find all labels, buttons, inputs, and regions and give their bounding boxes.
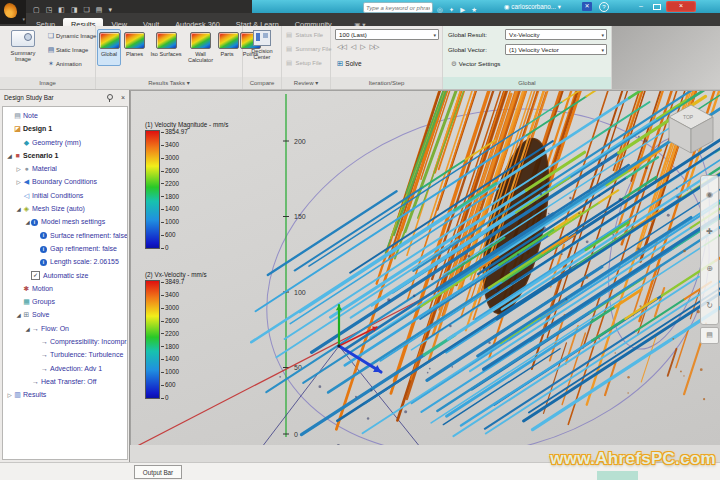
branch-icon: →	[31, 375, 40, 388]
exchange-apps-icon[interactable]: ✕	[582, 2, 592, 11]
orbit-icon[interactable]: ↻	[706, 301, 713, 310]
tree-item-solve[interactable]: ◢⊞Solve	[3, 308, 127, 321]
user-menu[interactable]: ◉ carloscorbano... ▾	[504, 0, 561, 13]
showmotion-icon[interactable]: ▤	[706, 331, 713, 338]
global-result-label: Global Result:	[448, 29, 487, 40]
expander-icon[interactable]: ◢	[24, 216, 31, 228]
decision-center-button[interactable]: Decision Center	[244, 29, 280, 60]
global-button[interactable]: Global	[97, 29, 121, 66]
summary-image-label: Summary Image	[2, 50, 44, 62]
tree-item-label: Heat Transfer: Off	[41, 378, 97, 385]
tree-item-gap-refinement-false[interactable]: iGap refinement: false	[3, 242, 127, 255]
setup-file-button[interactable]: ▤ Setup File	[286, 57, 322, 69]
expander-icon[interactable]: ◢	[6, 150, 13, 162]
wall-calculator-label: Wall Calculator	[186, 51, 215, 63]
tree-item-heat-transfer-off[interactable]: →Heat Transfer: Off	[3, 375, 127, 388]
panel-label-review[interactable]: Review ▾	[282, 77, 330, 89]
ribbon-empty-area	[612, 26, 720, 89]
minimize-button[interactable]: –	[634, 1, 648, 11]
global-vector-dropdown[interactable]: (1) Velocity Vector▾	[505, 44, 607, 55]
zoom-icon[interactable]: ⊕	[706, 264, 713, 273]
tree-item-material[interactable]: ▷●Material	[3, 162, 127, 175]
info-icon: i	[40, 232, 47, 239]
expander-icon[interactable]: ◢	[15, 309, 22, 321]
tree-item-geometry-mm[interactable]: ◆Geometry (mm)	[3, 136, 127, 149]
parts-label: Parts	[218, 51, 236, 57]
app-menu-button[interactable]: ▾	[0, 0, 26, 24]
static-image-button[interactable]: ▤Static Image	[46, 44, 88, 56]
expander-icon[interactable]: ◢	[15, 203, 22, 215]
tree-item-initial-conditions[interactable]: ◁Initial Conditions	[3, 189, 127, 202]
expander-icon[interactable]: ◢	[24, 323, 31, 335]
tree-item-label: Note	[23, 112, 38, 119]
pin-icon[interactable]	[107, 94, 113, 100]
close-button[interactable]: ×	[666, 1, 696, 12]
summary-image-button[interactable]: Summary Image	[2, 29, 44, 75]
flow-icon: →	[31, 322, 40, 335]
tree-item-boundary-conditions[interactable]: ▷◀Boundary Conditions	[3, 175, 127, 188]
tree-item-label: Material	[32, 165, 57, 172]
planes-button[interactable]: Planes	[122, 29, 147, 66]
legend-velocity-magnitude: (1) Velocity Magnitude - mm/s3854.973400…	[145, 121, 228, 249]
next-iteration-button[interactable]: ▷	[360, 43, 364, 50]
expander-icon[interactable]: ▷	[15, 176, 22, 188]
iteration-dropdown[interactable]: 100 (Last)▾	[335, 29, 439, 40]
viewport-3d[interactable]: 200150100500TOP (1) Velocity Magnitude -…	[130, 90, 720, 445]
tree-item-note[interactable]: ▤Note	[3, 109, 127, 122]
tree-item-automatic-size[interactable]: ✓Automatic size	[3, 269, 127, 282]
pan-icon[interactable]: ✚	[706, 227, 713, 236]
tree-item-label: Length scale: 2.06155	[50, 258, 119, 265]
animation-button[interactable]: ✶Animation	[46, 58, 82, 70]
static-image-icon: ▤	[46, 44, 56, 56]
tree-item-flow-on[interactable]: ◢→Flow: On	[3, 322, 127, 335]
nav-wheel-icon[interactable]: ◉	[706, 190, 713, 199]
global-result-dropdown[interactable]: Vx-Velocity▾	[505, 29, 607, 40]
expander-icon[interactable]: ▷	[6, 389, 13, 401]
restore-button[interactable]	[650, 1, 664, 11]
expander-icon[interactable]: ▷	[15, 163, 22, 175]
planes-label: Planes	[123, 51, 146, 57]
navigation-bar: ◉✚⊕↻	[700, 175, 719, 325]
panel-label-results-tasks[interactable]: Results Tasks ▾	[96, 77, 242, 89]
iso-surfaces-button[interactable]: Iso Surfaces	[148, 29, 184, 66]
tree-item-model-mesh-settings[interactable]: ◢iModel mesh settings	[3, 215, 127, 228]
last-iteration-button[interactable]: ▷▷	[370, 43, 379, 50]
legend-label: 1800	[161, 343, 179, 350]
tree-item-motion[interactable]: ✱Motion	[3, 282, 127, 295]
tree-item-design-1[interactable]: ◪Design 1	[3, 122, 127, 135]
output-bar-tab[interactable]: Output Bar	[134, 465, 182, 479]
decision-center-icon	[253, 30, 271, 46]
vector-settings-button[interactable]: ⚙Vector Settings	[451, 59, 500, 69]
summary-file-button[interactable]: ▤ Summary File	[286, 43, 331, 55]
tree-item-scenario-1[interactable]: ◢■Scenario 1	[3, 149, 127, 162]
tree-item-compressibility-incompr[interactable]: →Compressibility: Incompr...	[3, 335, 127, 348]
solve-button[interactable]: ⊞Solve	[337, 58, 362, 69]
design-study-bar-header: Design Study Bar ×	[0, 90, 129, 105]
status-file-button[interactable]: ▤ Status File	[286, 29, 323, 41]
vector-settings-icon: ⚙	[451, 60, 457, 67]
file-icon: ▤	[286, 57, 294, 69]
tree-item-mesh-size-auto[interactable]: ◢◈Mesh Size (auto)	[3, 202, 127, 215]
parts-button[interactable]: Parts	[217, 29, 237, 66]
legend-labels: 3849.734003000260022001800140010006000	[161, 280, 203, 399]
user-icon: ◉	[504, 3, 510, 10]
tree-item-length-scale-2-06155[interactable]: iLength scale: 2.06155	[3, 255, 127, 268]
tree-item-advection-adv-1[interactable]: →Advection: Adv 1	[3, 362, 127, 375]
previous-iteration-button[interactable]: ◁	[351, 43, 355, 50]
search-input[interactable]	[363, 2, 433, 13]
tree-item-label: Geometry (mm)	[32, 139, 81, 146]
user-name: carloscorbano...	[511, 3, 556, 10]
ribbon-panel-global: Global Result: Vx-Velocity▾ Global Vecto…	[443, 26, 612, 89]
tree-item-surface-refinement-false[interactable]: iSurface refinement: false	[3, 229, 127, 242]
tree-item-results[interactable]: ▷▥Results	[3, 388, 127, 401]
first-iteration-button[interactable]: ◁◁	[337, 43, 346, 50]
help-icon[interactable]: ?	[599, 2, 609, 12]
ribbon: Summary Image ❏Dynamic Image▤Static Imag…	[0, 26, 720, 90]
tree-item-groups[interactable]: ▦Groups	[3, 295, 127, 308]
dynamic-image-button[interactable]: ❏Dynamic Image	[46, 30, 96, 42]
tree-item-label: Scenario 1	[23, 152, 58, 159]
checkbox-checked[interactable]: ✓	[31, 271, 40, 280]
panel-close-icon[interactable]: ×	[121, 90, 125, 105]
wall-calculator-button[interactable]: Wall Calculator	[185, 29, 216, 66]
tree-item-turbulence-turbulence[interactable]: →Turbulence: Turbulence	[3, 348, 127, 361]
